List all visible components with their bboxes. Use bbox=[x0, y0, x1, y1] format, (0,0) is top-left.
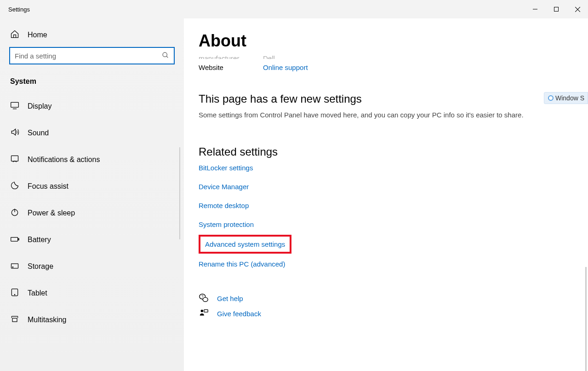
website-row: Website Online support bbox=[199, 59, 570, 76]
sidebar-item-label: Display bbox=[28, 102, 51, 110]
sidebar-scrollbar[interactable] bbox=[179, 147, 180, 239]
sidebar-item-power-sleep[interactable]: Power & sleep bbox=[0, 200, 184, 226]
svg-point-4 bbox=[163, 52, 167, 57]
related-settings-heading: Related settings bbox=[199, 145, 570, 158]
link-system-protection[interactable]: System protection bbox=[199, 215, 254, 234]
svg-rect-12 bbox=[18, 238, 19, 240]
maximize-button[interactable] bbox=[546, 0, 567, 18]
sidebar-item-label: Focus assist bbox=[28, 182, 69, 191]
link-device-manager[interactable]: Device Manager bbox=[199, 177, 249, 196]
sidebar-item-label: Notifications & actions bbox=[28, 156, 100, 164]
sidebar-item-sound[interactable]: Sound bbox=[0, 120, 184, 146]
sidebar-item-display[interactable]: Display bbox=[0, 93, 184, 120]
sound-icon bbox=[10, 128, 19, 139]
sidebar-item-label: Power & sleep bbox=[28, 209, 75, 217]
sidebar-item-label: Tablet bbox=[28, 289, 47, 297]
sidebar-item-focus-assist[interactable]: Focus assist bbox=[0, 173, 184, 200]
home-label: Home bbox=[28, 31, 47, 39]
link-advanced-system-settings[interactable]: Advanced system settings bbox=[205, 240, 285, 248]
link-rename-this-pc[interactable]: Rename this PC (advanced) bbox=[199, 255, 285, 273]
sidebar-item-battery[interactable]: Battery bbox=[0, 226, 184, 253]
online-support-link[interactable]: Online support bbox=[263, 64, 308, 71]
search-icon bbox=[162, 52, 169, 60]
display-icon bbox=[10, 101, 19, 112]
tablet-icon bbox=[10, 288, 19, 299]
svg-point-14 bbox=[12, 267, 13, 268]
new-settings-desc: Some settings from Control Panel have mo… bbox=[199, 110, 570, 120]
svg-point-24 bbox=[201, 310, 204, 313]
svg-rect-8 bbox=[11, 156, 18, 161]
content-area: About manufacturer Dell Website Online s… bbox=[184, 18, 588, 371]
sidebar-section-label: System bbox=[0, 74, 184, 93]
sidebar-item-label: Sound bbox=[28, 129, 49, 137]
svg-rect-6 bbox=[11, 102, 19, 107]
storage-icon bbox=[10, 261, 19, 272]
svg-rect-1 bbox=[554, 7, 559, 12]
home-nav[interactable]: Home bbox=[0, 23, 184, 47]
svg-rect-25 bbox=[204, 310, 208, 313]
window-title: Settings bbox=[8, 6, 30, 13]
sidebar-item-notifications[interactable]: Notifications & actions bbox=[0, 146, 184, 173]
minimize-button[interactable] bbox=[525, 0, 546, 18]
sidebar-item-label: Battery bbox=[28, 236, 51, 244]
give-feedback-link[interactable]: Give feedback bbox=[217, 310, 261, 318]
svg-point-23 bbox=[203, 297, 208, 301]
home-icon bbox=[10, 29, 19, 41]
link-remote-desktop[interactable]: Remote desktop bbox=[199, 196, 249, 215]
window-controls bbox=[525, 0, 588, 18]
get-help-link[interactable]: Get help bbox=[217, 295, 243, 302]
svg-rect-13 bbox=[11, 264, 18, 268]
svg-line-5 bbox=[166, 56, 168, 58]
search-input[interactable] bbox=[15, 52, 162, 60]
sidebar: Home System Display Sound Notifications … bbox=[0, 18, 184, 371]
windows-tip-pill[interactable]: Window S bbox=[544, 92, 588, 104]
get-help-icon: ? bbox=[199, 293, 209, 304]
svg-point-16 bbox=[14, 294, 15, 295]
notifications-icon bbox=[10, 154, 19, 165]
website-label: Website bbox=[199, 64, 245, 71]
svg-rect-20 bbox=[12, 318, 17, 322]
sidebar-item-label: Multitasking bbox=[28, 316, 66, 324]
give-feedback-icon bbox=[199, 308, 209, 319]
svg-rect-11 bbox=[11, 238, 18, 241]
highlight-box: Advanced system settings bbox=[199, 235, 291, 254]
content-scrollbar[interactable] bbox=[585, 267, 587, 371]
cutoff-row: manufacturer Dell bbox=[199, 50, 570, 59]
multitasking-icon bbox=[10, 314, 19, 325]
sidebar-item-tablet[interactable]: Tablet bbox=[0, 280, 184, 307]
power-icon bbox=[10, 208, 19, 219]
battery-icon bbox=[10, 234, 19, 245]
titlebar: Settings bbox=[0, 0, 588, 18]
close-button[interactable] bbox=[567, 0, 588, 18]
sidebar-item-storage[interactable]: Storage bbox=[0, 253, 184, 280]
link-bitlocker-settings[interactable]: BitLocker settings bbox=[199, 158, 253, 177]
sidebar-item-label: Storage bbox=[28, 262, 53, 271]
new-settings-heading: This page has a few new settings bbox=[199, 93, 570, 105]
focus-assist-icon bbox=[10, 181, 19, 192]
search-input-container[interactable] bbox=[9, 47, 175, 64]
page-title: About bbox=[199, 31, 570, 51]
sidebar-item-multitasking[interactable]: Multitasking bbox=[0, 307, 184, 333]
